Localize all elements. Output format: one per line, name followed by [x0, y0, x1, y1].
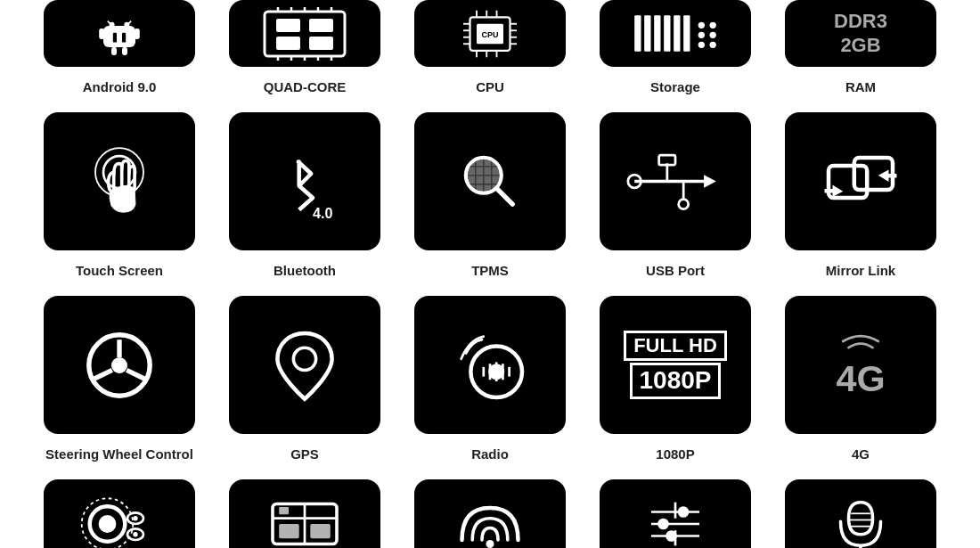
svg-rect-6: [135, 29, 140, 39]
feature-storage: Storage: [583, 0, 768, 103]
tpms-label: TPMS: [471, 263, 509, 278]
bluetooth-label: Bluetooth: [274, 263, 336, 278]
svg-rect-10: [122, 32, 126, 42]
svg-rect-8: [122, 47, 127, 55]
feature-bluetooth: 4.0 Bluetooth: [212, 103, 397, 287]
android-label: Android 9.0: [83, 79, 157, 94]
dvr-icon: [44, 479, 195, 548]
svg-point-82: [293, 348, 315, 370]
svg-rect-45: [654, 15, 660, 51]
svg-rect-11: [265, 12, 345, 56]
4g-label: 4G: [852, 446, 870, 462]
svg-rect-104: [279, 507, 289, 514]
quadcore-icon: [229, 0, 380, 67]
svg-rect-102: [279, 524, 299, 538]
android-icon: [44, 0, 195, 67]
svg-marker-70: [704, 175, 716, 188]
storage-icon: [600, 0, 751, 67]
feature-gps: GPS: [212, 287, 397, 470]
tpms-icon: [414, 112, 566, 250]
feature3-icon: [414, 479, 566, 548]
svg-rect-7: [111, 47, 117, 55]
svg-point-51: [698, 42, 705, 48]
feature-item4: [583, 470, 768, 548]
svg-point-98: [133, 532, 137, 536]
svg-rect-103: [310, 524, 331, 538]
svg-point-53: [710, 32, 716, 38]
touchscreen-label: Touch Screen: [76, 263, 163, 278]
feature-quadcore: QUAD-CORE: [212, 0, 397, 103]
svg-rect-46: [664, 15, 670, 51]
feature-dvr: [27, 470, 212, 548]
gps-label: GPS: [290, 446, 319, 462]
4g-icon: 4G: [785, 296, 936, 434]
svg-rect-0: [103, 26, 135, 47]
cpu-icon: CPU: [414, 0, 566, 67]
feature4-icon: [600, 479, 751, 548]
svg-text:4.0: 4.0: [313, 204, 333, 220]
feature-4g: 4G 4G: [768, 287, 953, 470]
svg-text:CPU: CPU: [481, 29, 498, 38]
svg-point-105: [486, 540, 494, 548]
ram-label: RAM: [845, 79, 876, 94]
feature-mirrorlink: Mirror Link: [768, 103, 953, 287]
gps-icon: [229, 296, 380, 434]
feature-item2: [212, 470, 397, 548]
svg-point-89: [488, 364, 504, 380]
feature-steering: Steering Wheel Control: [27, 287, 212, 470]
steering-label: Steering Wheel Control: [45, 446, 193, 462]
bluetooth-icon: 4.0: [229, 112, 380, 250]
feature5-icon: [785, 479, 936, 548]
fullhd-icon: FULL HD 1080P: [600, 296, 751, 434]
ram-icon: DDR32GB: [785, 0, 936, 67]
cpu-label: CPU: [476, 79, 504, 94]
svg-point-50: [698, 32, 705, 38]
svg-rect-22: [276, 19, 300, 32]
touchscreen-icon: [44, 112, 195, 250]
feature2-icon: [229, 479, 380, 548]
mirrorlink-icon: [785, 112, 936, 250]
svg-rect-5: [99, 29, 104, 39]
feature-cpu: CPU CPU: [397, 0, 583, 103]
feature-ram: DDR32GB RAM: [768, 0, 953, 103]
svg-line-59: [496, 188, 512, 204]
svg-text:4G: 4G: [836, 357, 885, 398]
svg-rect-9: [113, 32, 117, 42]
svg-line-80: [92, 370, 112, 380]
feature-item5: [768, 470, 953, 548]
feature-android: Android 9.0: [27, 0, 212, 103]
svg-point-49: [698, 22, 705, 29]
usb-label: USB Port: [646, 263, 705, 278]
feature-tpms: TPMS: [397, 103, 583, 287]
svg-point-78: [111, 357, 127, 373]
svg-point-110: [678, 506, 690, 518]
svg-point-109: [657, 519, 669, 530]
storage-label: Storage: [650, 79, 700, 94]
svg-rect-25: [309, 37, 333, 50]
radio-icon: [414, 296, 566, 434]
svg-line-81: [127, 370, 147, 380]
svg-rect-23: [309, 19, 333, 32]
feature-radio: Radio: [397, 287, 583, 470]
ram-text: DDR32GB: [834, 10, 887, 57]
svg-rect-43: [634, 15, 641, 51]
radio-label: Radio: [471, 446, 509, 462]
feature-usb: USB Port: [583, 103, 768, 287]
feature-item3: [397, 470, 583, 548]
quadcore-label: QUAD-CORE: [264, 79, 347, 94]
feature-1080p: FULL HD 1080P 1080P: [583, 287, 768, 470]
svg-rect-24: [276, 37, 300, 50]
svg-point-52: [710, 22, 716, 29]
svg-point-74: [679, 200, 689, 209]
feature-touchscreen: Touch Screen: [27, 103, 212, 287]
svg-rect-48: [683, 15, 690, 51]
svg-rect-44: [644, 15, 650, 51]
svg-point-54: [710, 42, 716, 48]
svg-point-96: [133, 516, 137, 520]
svg-rect-47: [674, 15, 680, 51]
mirrorlink-label: Mirror Link: [826, 263, 895, 278]
fullhd-text: FULL HD 1080P: [624, 331, 727, 399]
usb-icon: [600, 112, 751, 250]
steering-icon: [44, 296, 195, 434]
fullhd-label: 1080P: [656, 446, 694, 462]
